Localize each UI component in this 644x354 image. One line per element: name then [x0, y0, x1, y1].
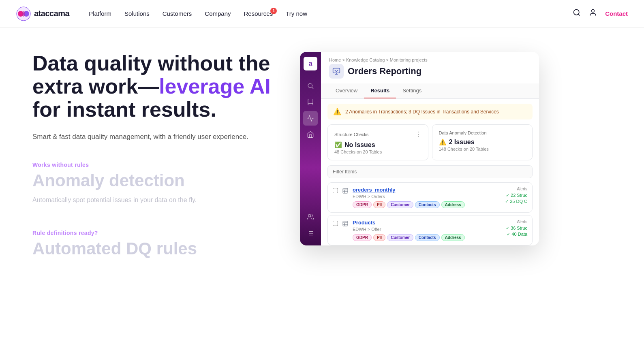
- row2-alert2: 40 Data: [495, 232, 527, 237]
- app-window: a: [300, 52, 539, 245]
- tag-pii-2[interactable]: PII: [373, 234, 385, 241]
- section1: Works without rules Anomaly detection Au…: [32, 162, 276, 205]
- row1-alert1: 22 Struc: [495, 193, 527, 198]
- table-list: oreders_monthly EDWH > Orders GDPR PII C…: [327, 182, 533, 245]
- svg-line-5: [578, 14, 580, 16]
- row2-table-icon: [342, 220, 349, 228]
- tag-address[interactable]: Address: [441, 201, 465, 208]
- tag-contacts-2[interactable]: Contacts: [415, 234, 440, 241]
- nav-right: Contact: [573, 9, 628, 19]
- svg-point-7: [308, 83, 312, 88]
- row2-name[interactable]: Products: [353, 220, 491, 226]
- hero-title: Data quality without the extra work—leve…: [32, 52, 276, 122]
- svg-point-3: [22, 11, 25, 17]
- search-icon[interactable]: [573, 9, 581, 19]
- svg-point-9: [308, 214, 311, 217]
- anomaly-status-label: 2 Issues: [449, 139, 475, 146]
- row1-name[interactable]: oreders_monthly: [353, 187, 491, 193]
- anomaly-detection-title: Data Anomaly Detection: [439, 130, 487, 135]
- alert-banner: ⚠️ 2 Anomalies in Transactions; 3 DQ Iss…: [327, 104, 533, 119]
- resources-badge: 1: [270, 8, 277, 14]
- logo-text: ataccama: [34, 9, 69, 18]
- anomaly-detection-sub: 148 Checks on 20 Tables: [439, 147, 526, 151]
- svg-point-4: [574, 10, 579, 15]
- page-title: Orders Reporting: [348, 66, 421, 77]
- tag-customer-2[interactable]: Customer: [387, 234, 413, 241]
- section1-desc: Automatically spot potential issues in y…: [32, 195, 276, 205]
- row1-alerts-label: Alerts: [495, 187, 527, 191]
- hero-title-part2: for instant results.: [32, 98, 216, 121]
- row1-alert2: 25 DQ C: [495, 199, 527, 204]
- table-row: oreders_monthly EDWH > Orders GDPR PII C…: [327, 182, 533, 213]
- cards-row: Structure Checks ⋮ ✅ No Issues 48 Checks…: [327, 124, 533, 160]
- nav-customers[interactable]: Customers: [163, 10, 192, 17]
- tag-gdpr-2[interactable]: GDPR: [353, 234, 372, 241]
- row2-alert1: 36 Struc: [495, 226, 527, 231]
- anomaly-detection-card: Data Anomaly Detection ⚠️ 2 Issues 148 C…: [432, 124, 533, 160]
- nav-platform[interactable]: Platform: [89, 10, 111, 17]
- svg-rect-16: [333, 68, 340, 73]
- tag-contacts[interactable]: Contacts: [415, 201, 440, 208]
- structure-checks-title: Structure Checks: [334, 132, 368, 137]
- tab-results[interactable]: Results: [364, 83, 396, 98]
- logo[interactable]: ataccama: [16, 6, 69, 21]
- structure-status-label: No Issues: [344, 141, 375, 149]
- navbar: ataccama Platform Solutions Customers Co…: [0, 0, 644, 28]
- sidebar-users-icon[interactable]: [303, 210, 318, 224]
- user-icon[interactable]: [589, 9, 597, 19]
- structure-checks-card: Structure Checks ⋮ ✅ No Issues 48 Checks…: [327, 124, 428, 160]
- structure-status-icon: ✅: [334, 141, 342, 149]
- section2-title: Automated DQ rules: [32, 239, 276, 258]
- svg-line-8: [312, 87, 313, 88]
- tag-pii[interactable]: PII: [373, 201, 385, 208]
- tag-gdpr[interactable]: GDPR: [353, 201, 372, 208]
- row2-checkbox[interactable]: [333, 221, 338, 226]
- app-sidebar: a: [300, 52, 321, 245]
- left-section: Data quality without the extra work—leve…: [32, 52, 276, 258]
- section2: Rule definitions ready? Automated DQ rul…: [32, 230, 276, 258]
- filter-row: [327, 165, 533, 178]
- tag-address-2[interactable]: Address: [441, 234, 465, 241]
- tab-overview[interactable]: Overview: [329, 83, 364, 98]
- svg-point-6: [592, 10, 595, 13]
- logo-icon: [16, 6, 31, 21]
- nav-solutions[interactable]: Solutions: [124, 10, 150, 17]
- row2-tags: GDPR PII Customer Contacts Address: [353, 234, 491, 241]
- tabs-row: Overview Results Settings: [321, 83, 539, 99]
- contact-button[interactable]: Contact: [605, 10, 628, 17]
- nav-trynow[interactable]: Try now: [286, 10, 307, 17]
- sidebar-list-icon[interactable]: [303, 226, 318, 241]
- nav-company[interactable]: Company: [205, 10, 231, 17]
- breadcrumb: Home > Knowledge Catalog > Monitoring pr…: [329, 58, 531, 62]
- filter-input[interactable]: [327, 165, 533, 178]
- sidebar-search-icon[interactable]: [303, 79, 318, 93]
- row2-alerts-label: Alerts: [495, 220, 527, 224]
- row2-path: EDWH > Offer: [353, 227, 491, 232]
- tab-settings[interactable]: Settings: [396, 83, 428, 98]
- svg-rect-19: [343, 188, 348, 193]
- row1-checkbox[interactable]: [333, 188, 338, 193]
- app-body: Home > Knowledge Catalog > Monitoring pr…: [321, 52, 539, 245]
- nav-resources-wrapper: Resources 1: [244, 10, 273, 17]
- table-row: Products EDWH > Offer GDPR PII Customer …: [327, 215, 533, 245]
- section1-label: Works without rules: [32, 162, 276, 168]
- row2-alerts: Alerts 36 Struc 40 Data: [495, 220, 527, 238]
- tag-customer[interactable]: Customer: [387, 201, 413, 208]
- sidebar-book-icon[interactable]: [303, 95, 318, 109]
- hero-title-highlight: leverage AI: [159, 75, 271, 98]
- main-content: Data quality without the extra work—leve…: [0, 28, 644, 258]
- sidebar-bottom: [303, 210, 318, 241]
- section1-title: Anomaly detection: [32, 171, 276, 190]
- alert-warning-icon: ⚠️: [333, 108, 341, 115]
- sidebar-chart-icon[interactable]: [303, 111, 318, 126]
- sidebar-building-icon[interactable]: [303, 127, 318, 142]
- structure-checks-sub: 48 Checks on 20 Tables: [334, 149, 421, 154]
- app-header: Home > Knowledge Catalog > Monitoring pr…: [321, 52, 539, 83]
- nav-resources[interactable]: Resources: [244, 10, 273, 17]
- row1-path: EDWH > Orders: [353, 194, 491, 199]
- row1-table-icon: [342, 188, 349, 195]
- page-title-row: Orders Reporting: [329, 64, 531, 79]
- app-logo: a: [304, 57, 317, 70]
- anomaly-status-icon: ⚠️: [439, 139, 447, 146]
- structure-checks-menu[interactable]: ⋮: [415, 130, 421, 138]
